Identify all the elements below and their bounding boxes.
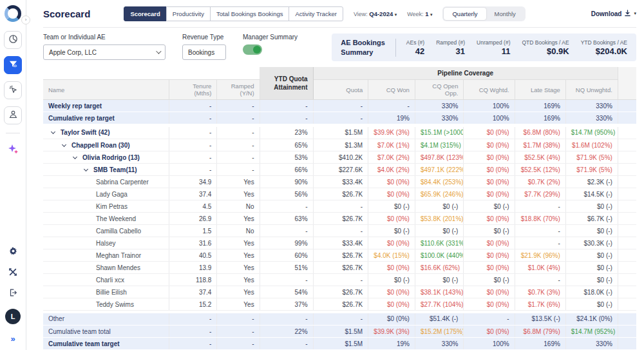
top-bar: Scorecard ScorecardProductivityTotal Boo… — [43, 0, 636, 28]
row-name-label: Halsey — [96, 240, 116, 247]
summary-divider — [395, 39, 396, 57]
empty-cell — [618, 127, 636, 139]
data-cell: $1.5M — [313, 338, 368, 350]
data-cell: $6.8M (79%) — [515, 326, 565, 338]
data-cell: $52.5K (4%) — [515, 151, 565, 164]
empty-cell — [618, 326, 636, 338]
data-cell: $0 (-) — [464, 225, 515, 237]
row-name: Shawn Mendes — [43, 262, 169, 274]
table-row-cumulative-team-target: Cumulative team target---$1.5M19%330%100… — [43, 338, 636, 350]
period-option-monthly[interactable]: Monthly — [486, 8, 524, 20]
row-name: Lady Gaga — [43, 188, 169, 200]
group-header-row: YTD QuotaAttainment Pipeline Coverage — [43, 67, 636, 80]
chevron-down-icon — [73, 154, 77, 159]
data-cell: - — [260, 313, 313, 326]
data-cell: $0 (0%) — [464, 139, 515, 151]
data-cell: - — [169, 326, 217, 338]
user-avatar[interactable]: L — [5, 309, 21, 324]
scorecard-app: › $ — [0, 0, 644, 350]
data-cell: $2.3K (-) — [565, 176, 618, 188]
row-name-label: Teddy Swims — [96, 301, 134, 308]
week-label: Week: — [407, 11, 423, 17]
data-cell: - — [260, 338, 313, 350]
sidebar-item-engagement[interactable] — [4, 81, 22, 99]
data-cell: 37% — [260, 298, 313, 311]
view-dropdown[interactable]: View: Q4-2024 ▾ — [354, 10, 397, 17]
data-cell: - — [260, 200, 313, 213]
expandable-row-name[interactable]: Taylor Swift (42) — [43, 127, 169, 139]
data-cell: $0 (0%) — [368, 213, 415, 225]
manager-summary-toggle[interactable] — [243, 44, 262, 55]
sidebar-item-analytics[interactable] — [4, 31, 22, 49]
sidebar-divider — [6, 133, 20, 133]
data-cell: $13.5K (-) — [515, 313, 565, 326]
sidebar-collapse-button[interactable]: › — [21, 15, 30, 24]
tools-button[interactable] — [8, 267, 17, 278]
logout-button[interactable] — [8, 288, 17, 299]
data-cell: $0 (0%) — [368, 188, 415, 200]
metric-value: $0.9K — [522, 46, 569, 56]
data-cell: $0 (-) — [368, 200, 415, 213]
filters-row: Team or Individual AE Apple Corp, LLC Re… — [43, 28, 636, 61]
sidebar-item-ai-assistant[interactable] — [4, 141, 22, 159]
data-cell: $7.0K (1%) — [368, 139, 415, 151]
tab-activity-tracker[interactable]: Activity Tracker — [289, 6, 343, 21]
team-select[interactable]: Apple Corp, LLC — [43, 44, 166, 60]
data-cell: - — [217, 326, 260, 338]
download-button[interactable]: Download ▾ — [591, 10, 636, 18]
data-cell: - — [313, 274, 368, 286]
empty-cell — [618, 139, 636, 151]
data-cell: $18.0K (-) — [565, 286, 618, 298]
data-cell: - — [169, 139, 217, 151]
data-cell: 65% — [260, 139, 313, 151]
metric-label: YTD Bookings / AE — [581, 39, 627, 46]
period-option-quarterly[interactable]: Quarterly — [444, 8, 486, 20]
expandable-row-name[interactable]: Olivia Rodrigo (13) — [43, 151, 169, 164]
data-cell: $26.7K — [313, 262, 368, 274]
metric-label: QTD Bookings / AE — [522, 39, 569, 46]
sidebar: › $ — [0, 0, 26, 350]
week-dropdown[interactable]: Week: 1 ▾ — [407, 10, 432, 17]
empty-cell — [618, 274, 636, 286]
row-name-label: Cumulative team target — [48, 340, 120, 347]
data-cell: $0.7K (3%) — [515, 286, 565, 298]
expandable-row-name[interactable]: SMB Team(11) — [43, 164, 169, 176]
data-cell: $0 (-) — [464, 274, 515, 286]
page-title: Scorecard — [43, 8, 90, 19]
expandable-row-name[interactable]: Chappell Roan (30) — [43, 139, 169, 151]
tab-productivity[interactable]: Productivity — [166, 6, 211, 21]
table-row-shawn-mendes: Shawn Mendes13.9Yes51%$26.7K$0 (0%)$16.6… — [43, 262, 636, 274]
week-value: 1 — [425, 10, 428, 17]
data-cell: $0 (0%) — [464, 326, 515, 338]
table-row-chappell-roan-30: Chappell Roan (30)--65%$1.3M$7.0K (1%)$4… — [43, 139, 636, 151]
data-cell: 66% — [260, 164, 313, 176]
data-cell: $15.2M (175%) — [415, 326, 464, 338]
data-cell: $39.9K (3%) — [368, 127, 415, 139]
data-cell: $0 (0%) — [464, 286, 515, 298]
empty-cell — [618, 313, 636, 326]
sidebar-expand-button[interactable]: » — [10, 334, 15, 344]
data-cell: 56% — [260, 188, 313, 200]
pipeline-coverage-group-header: Pipeline Coverage — [313, 67, 618, 80]
tab-total-bookings-bookings[interactable]: Total Bookings Bookings — [210, 6, 290, 21]
sidebar-item-reps[interactable] — [4, 106, 22, 124]
tab-scorecard[interactable]: Scorecard — [124, 6, 166, 21]
data-cell: Yes — [217, 298, 260, 311]
data-cell: $30.3K (-) — [565, 237, 618, 249]
data-cell: 60% — [260, 249, 313, 262]
data-cell: $1.6M (102%) — [565, 139, 618, 151]
metric-aes: AEs (#)42 — [406, 39, 424, 56]
table-row-sabrina-carpenter: Sabrina Carpenter34.9Yes90%$33.4K$0 (0%)… — [43, 176, 636, 188]
data-cell: $51.4K (-) — [415, 313, 464, 326]
data-cell: - — [260, 112, 313, 124]
row-name: Other — [43, 313, 169, 326]
sidebar-item-scorecard[interactable]: $ — [4, 56, 22, 74]
data-cell: Yes — [217, 286, 260, 298]
data-cell: $0 (0%) — [464, 213, 515, 225]
data-cell: $26.7K — [313, 286, 368, 298]
revenue-type-field[interactable]: Bookings — [182, 44, 226, 60]
settings-button[interactable] — [8, 246, 18, 258]
table-row-teddy-swims: Teddy Swims15.2Yes37%$26.7K$0 (0%)$27.7K… — [43, 298, 636, 311]
data-cell: - — [515, 200, 565, 213]
summary-metrics: AEs (#)42Ramped (#)31Unramped (#)11QTD B… — [406, 39, 627, 56]
